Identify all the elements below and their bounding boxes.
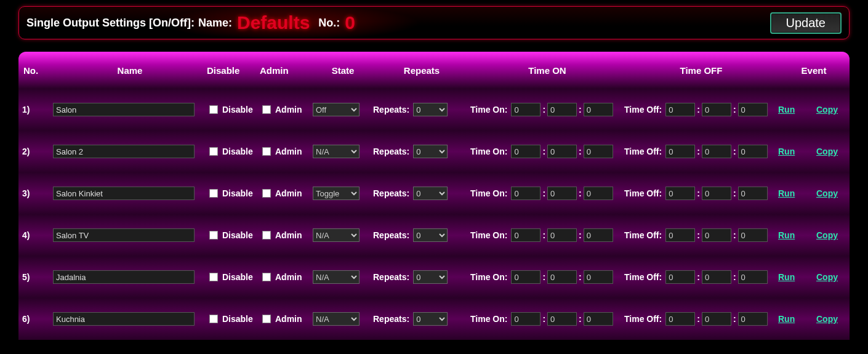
time-on-s[interactable] bbox=[584, 187, 613, 200]
disable-checkbox-label[interactable]: Disable bbox=[207, 145, 253, 158]
time-off-h[interactable] bbox=[665, 103, 695, 116]
time-off-m[interactable] bbox=[702, 312, 731, 326]
repeats-select[interactable]: 0 bbox=[413, 270, 448, 284]
run-link[interactable]: Run bbox=[778, 147, 795, 156]
time-off-s[interactable] bbox=[738, 312, 768, 326]
state-select[interactable]: N/A bbox=[313, 270, 360, 284]
admin-checkbox[interactable] bbox=[262, 105, 271, 114]
state-select[interactable]: N/A bbox=[313, 228, 360, 242]
admin-checkbox-label[interactable]: Admin bbox=[260, 271, 302, 283]
disable-checkbox[interactable] bbox=[209, 315, 218, 323]
disable-checkbox[interactable] bbox=[209, 231, 218, 239]
admin-checkbox[interactable] bbox=[262, 189, 271, 198]
col-no: No. bbox=[18, 65, 53, 76]
admin-checkbox[interactable] bbox=[262, 147, 271, 156]
disable-checkbox[interactable] bbox=[209, 105, 218, 114]
time-off-h[interactable] bbox=[665, 187, 695, 200]
run-link[interactable]: Run bbox=[778, 230, 795, 240]
time-on-m[interactable] bbox=[547, 145, 577, 158]
repeats-select[interactable]: 0 bbox=[413, 312, 448, 326]
disable-checkbox[interactable] bbox=[209, 273, 218, 281]
admin-checkbox[interactable] bbox=[262, 315, 271, 323]
time-off-label: Time Off: bbox=[624, 314, 662, 324]
disable-checkbox-label[interactable]: Disable bbox=[207, 313, 253, 325]
name-input[interactable] bbox=[53, 312, 195, 326]
state-select[interactable]: Off bbox=[313, 103, 360, 116]
repeats-select[interactable]: 0 bbox=[413, 103, 448, 116]
state-select[interactable]: N/A bbox=[313, 145, 360, 158]
admin-checkbox[interactable] bbox=[262, 273, 271, 281]
disable-checkbox-label[interactable]: Disable bbox=[207, 187, 253, 199]
time-off-s[interactable] bbox=[738, 270, 768, 284]
time-on-m[interactable] bbox=[547, 228, 577, 242]
run-link[interactable]: Run bbox=[778, 188, 795, 198]
repeats-select[interactable]: 0 bbox=[413, 228, 448, 242]
time-on-m[interactable] bbox=[547, 187, 577, 200]
copy-link[interactable]: Copy bbox=[816, 105, 838, 115]
admin-checkbox-label[interactable]: Admin bbox=[260, 313, 302, 325]
repeats-select[interactable]: 0 bbox=[413, 145, 448, 158]
admin-checkbox-label[interactable]: Admin bbox=[260, 229, 302, 241]
time-on-h[interactable] bbox=[511, 187, 540, 200]
time-on-m[interactable] bbox=[547, 312, 577, 326]
col-state: State bbox=[313, 65, 373, 76]
update-button[interactable]: Update bbox=[770, 12, 842, 34]
copy-link[interactable]: Copy bbox=[816, 147, 838, 156]
disable-text: Disable bbox=[222, 188, 253, 198]
time-off-h[interactable] bbox=[665, 145, 695, 158]
time-off-s[interactable] bbox=[738, 228, 768, 242]
time-on-h[interactable] bbox=[511, 228, 540, 242]
time-off-m[interactable] bbox=[702, 103, 731, 116]
name-input[interactable] bbox=[53, 228, 195, 242]
time-off-label: Time Off: bbox=[624, 272, 662, 282]
copy-link[interactable]: Copy bbox=[816, 272, 838, 282]
time-on-s[interactable] bbox=[584, 103, 613, 116]
copy-link[interactable]: Copy bbox=[816, 230, 838, 240]
time-on-s[interactable] bbox=[584, 145, 613, 158]
time-on-s[interactable] bbox=[584, 312, 613, 326]
disable-text: Disable bbox=[222, 105, 253, 115]
time-off-m[interactable] bbox=[702, 145, 731, 158]
time-off-s[interactable] bbox=[738, 187, 768, 200]
disable-text: Disable bbox=[222, 314, 253, 324]
run-link[interactable]: Run bbox=[778, 105, 795, 115]
name-input[interactable] bbox=[53, 270, 195, 284]
repeats-select[interactable]: 0 bbox=[413, 187, 448, 200]
grid-panel: No. Name Disable Admin State Repeats Tim… bbox=[18, 52, 850, 340]
time-off-m[interactable] bbox=[702, 270, 731, 284]
time-off-h[interactable] bbox=[665, 228, 695, 242]
name-input[interactable] bbox=[53, 103, 195, 116]
time-on-h[interactable] bbox=[511, 103, 540, 116]
time-off-s[interactable] bbox=[738, 145, 768, 158]
name-input[interactable] bbox=[53, 187, 195, 200]
admin-checkbox[interactable] bbox=[262, 231, 271, 239]
time-on-h[interactable] bbox=[511, 312, 540, 326]
disable-checkbox[interactable] bbox=[209, 189, 218, 198]
time-on-m[interactable] bbox=[547, 103, 577, 116]
time-off-h[interactable] bbox=[665, 312, 695, 326]
disable-checkbox[interactable] bbox=[209, 147, 218, 156]
time-on-m[interactable] bbox=[547, 270, 577, 284]
disable-checkbox-label[interactable]: Disable bbox=[207, 271, 253, 283]
name-input[interactable] bbox=[53, 145, 195, 158]
time-on-s[interactable] bbox=[584, 228, 613, 242]
time-off-h[interactable] bbox=[665, 270, 695, 284]
time-on-s[interactable] bbox=[584, 270, 613, 284]
time-on-h[interactable] bbox=[511, 145, 540, 158]
run-link[interactable]: Run bbox=[778, 314, 795, 324]
run-link[interactable]: Run bbox=[778, 272, 795, 282]
admin-checkbox-label[interactable]: Admin bbox=[260, 103, 302, 116]
copy-link[interactable]: Copy bbox=[816, 188, 838, 198]
admin-checkbox-label[interactable]: Admin bbox=[260, 145, 302, 158]
disable-checkbox-label[interactable]: Disable bbox=[207, 103, 253, 116]
time-off-s[interactable] bbox=[738, 103, 768, 116]
disable-checkbox-label[interactable]: Disable bbox=[207, 229, 253, 241]
copy-link[interactable]: Copy bbox=[816, 314, 838, 324]
time-on-h[interactable] bbox=[511, 270, 540, 284]
state-select[interactable]: N/A bbox=[313, 312, 360, 326]
time-off-m[interactable] bbox=[702, 187, 731, 200]
repeats-label: Repeats: bbox=[373, 188, 409, 198]
state-select[interactable]: Toggle bbox=[313, 187, 360, 200]
admin-checkbox-label[interactable]: Admin bbox=[260, 187, 302, 199]
time-off-m[interactable] bbox=[702, 228, 731, 242]
